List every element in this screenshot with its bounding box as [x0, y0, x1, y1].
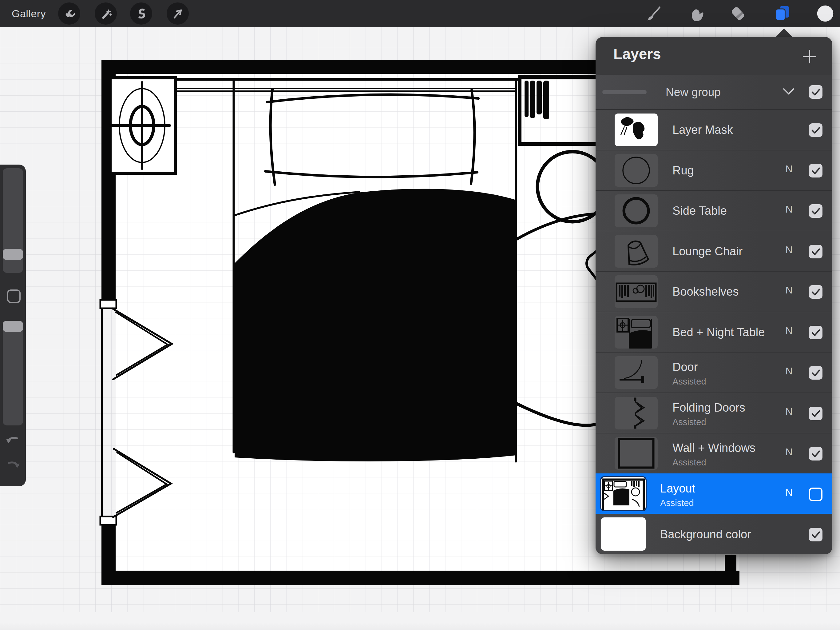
- layer-row-background-color[interactable]: Background color: [595, 514, 832, 554]
- blend-mode-button[interactable]: N: [781, 446, 797, 458]
- blend-mode-button[interactable]: N: [781, 163, 797, 175]
- layer-thumbnail[interactable]: [615, 356, 658, 389]
- blend-mode-button[interactable]: N: [781, 406, 797, 418]
- layer-name: Folding Doors: [673, 401, 745, 414]
- layer-name: Background color: [660, 528, 751, 541]
- layer-name: Side Table: [673, 204, 727, 217]
- modify-button[interactable]: [7, 290, 21, 303]
- layers-panel: Layers New group Layer Mask: [595, 37, 832, 554]
- brush-icon: [645, 4, 663, 23]
- group-drag-pill[interactable]: [602, 90, 647, 94]
- layer-sub-label: Assisted: [673, 417, 706, 427]
- layer-thumbnail[interactable]: [615, 397, 658, 429]
- top-toolbar: Gallery: [0, 0, 840, 27]
- brush-sidebar: [0, 165, 26, 486]
- layer-row-door[interactable]: Door Assisted N: [595, 352, 832, 393]
- layers-panel-title: Layers: [613, 46, 661, 62]
- redo-button[interactable]: [4, 457, 22, 472]
- layer-sub-label: Assisted: [660, 498, 694, 508]
- layer-sub-label: Assisted: [673, 377, 706, 387]
- layer-thumbnail[interactable]: [615, 154, 658, 187]
- layer-visibility-checkbox[interactable]: [808, 163, 823, 178]
- magic-wand-icon: [99, 7, 112, 20]
- layer-thumbnail[interactable]: [615, 235, 658, 268]
- layer-visibility-checkbox[interactable]: [808, 366, 823, 380]
- layer-visibility-checkbox[interactable]: [808, 487, 823, 502]
- selection-button[interactable]: [130, 2, 152, 25]
- adjustments-button[interactable]: [95, 2, 117, 25]
- canvas-edge-fade: [0, 622, 840, 630]
- layer-visibility-checkbox[interactable]: [808, 446, 823, 461]
- selection-icon: [134, 7, 148, 20]
- color-tool-button[interactable]: [816, 4, 834, 23]
- transform-icon: [171, 7, 185, 20]
- layer-sub-label: Assisted: [673, 457, 706, 468]
- smudge-tool-button[interactable]: [687, 4, 705, 23]
- layer-row-layer-mask[interactable]: Layer Mask: [595, 109, 832, 150]
- blend-mode-button[interactable]: N: [781, 244, 797, 256]
- layers-icon: [773, 4, 791, 23]
- layer-thumbnail[interactable]: [601, 518, 646, 551]
- layer-visibility-checkbox[interactable]: [808, 285, 823, 299]
- brush-tool-button[interactable]: [645, 4, 663, 23]
- layers-panel-header: Layers: [595, 37, 832, 75]
- blend-mode-button[interactable]: N: [781, 204, 797, 215]
- layer-name: Lounge Chair: [673, 245, 742, 258]
- layer-name: Wall + Windows: [673, 442, 755, 455]
- layer-row-rug[interactable]: Rug N: [595, 150, 832, 190]
- layer-thumbnail[interactable]: [601, 477, 646, 510]
- layer-row-bookshelves[interactable]: Bookshelves N: [595, 271, 832, 312]
- blend-mode-button[interactable]: N: [781, 487, 797, 499]
- layer-thumbnail[interactable]: [615, 114, 658, 146]
- color-swatch: [816, 4, 834, 23]
- group-label: New group: [666, 86, 721, 99]
- plus-icon: [802, 49, 817, 64]
- eraser-tool-button[interactable]: [729, 4, 747, 23]
- layer-row-wall-windows[interactable]: Wall + Windows Assisted N: [595, 433, 832, 473]
- layer-row-side-table[interactable]: Side Table N: [595, 190, 832, 231]
- group-visibility-checkbox[interactable]: [808, 85, 823, 99]
- add-layer-button[interactable]: [802, 49, 817, 64]
- layer-thumbnail[interactable]: [615, 316, 658, 348]
- layer-list: Layer Mask Rug N Side Table N Lounge Cha…: [595, 109, 832, 554]
- layer-group-row[interactable]: New group: [595, 75, 832, 109]
- actions-button[interactable]: [58, 2, 80, 25]
- redo-icon: [4, 457, 22, 472]
- layer-visibility-checkbox[interactable]: [808, 244, 823, 259]
- layer-visibility-checkbox[interactable]: [808, 204, 823, 218]
- layer-thumbnail[interactable]: [615, 275, 658, 308]
- chevron-down-icon[interactable]: [783, 88, 795, 96]
- layer-thumbnail[interactable]: [615, 195, 658, 227]
- transform-button[interactable]: [167, 2, 189, 25]
- wrench-icon: [62, 7, 76, 20]
- layer-name: Layout: [660, 482, 695, 495]
- layer-visibility-checkbox[interactable]: [808, 123, 823, 138]
- layer-name: Rug: [673, 164, 694, 177]
- blend-mode-button[interactable]: N: [781, 325, 797, 337]
- layer-visibility-checkbox[interactable]: [808, 325, 823, 340]
- layer-name: Bed + Night Table: [673, 326, 765, 339]
- opacity-handle[interactable]: [3, 321, 23, 332]
- undo-button[interactable]: [4, 433, 22, 448]
- gallery-button[interactable]: Gallery: [12, 8, 46, 20]
- layer-name: Layer Mask: [673, 123, 733, 136]
- blend-mode-button[interactable]: N: [781, 285, 797, 296]
- smudge-icon: [687, 4, 705, 23]
- layer-row-folding-doors[interactable]: Folding Doors Assisted N: [595, 393, 832, 433]
- layer-visibility-checkbox[interactable]: [808, 406, 823, 421]
- brush-size-handle[interactable]: [3, 249, 23, 260]
- undo-icon: [4, 433, 22, 448]
- layer-name: Bookshelves: [673, 285, 739, 298]
- opacity-slider[interactable]: [3, 321, 23, 426]
- layers-tool-button[interactable]: [773, 4, 791, 23]
- blend-mode-button[interactable]: N: [781, 366, 797, 377]
- layer-visibility-checkbox[interactable]: [808, 527, 823, 542]
- layer-row-bed-night-table[interactable]: Bed + Night Table N: [595, 312, 832, 352]
- layer-row-layout[interactable]: Layout Assisted N: [595, 473, 832, 514]
- eraser-icon: [729, 4, 747, 23]
- layer-row-lounge-chair[interactable]: Lounge Chair N: [595, 231, 832, 271]
- layer-thumbnail[interactable]: [615, 437, 658, 470]
- layer-name: Door: [673, 361, 698, 374]
